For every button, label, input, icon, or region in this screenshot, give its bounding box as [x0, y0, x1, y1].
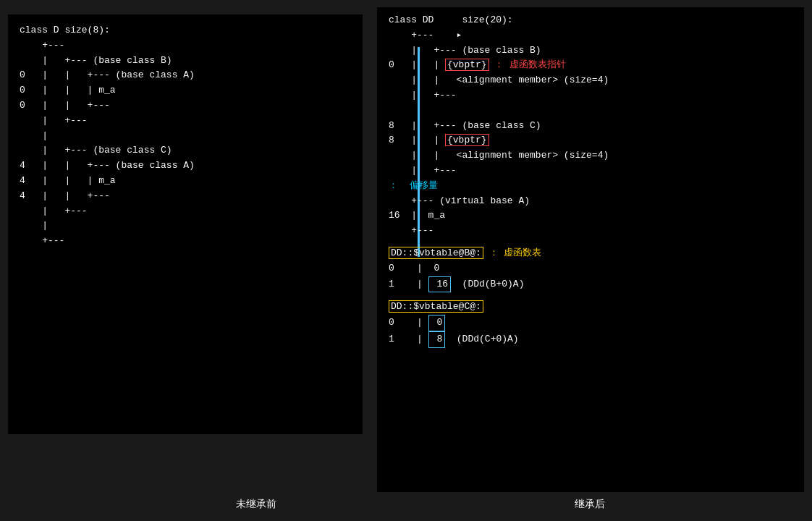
- vbtable1-header: DD::$vbtable@B@: ： 虚函数表: [389, 246, 792, 261]
- vbtable2-val1: 8: [428, 331, 446, 348]
- label-before: 未继承前: [236, 498, 276, 511]
- vbtable1-content: 0 | 0 1 | 16 (DDd(B+0)A): [389, 261, 792, 293]
- vbtable1-val1: 16: [428, 276, 451, 293]
- vbtable2-header: DD::$vbtable@C@:: [389, 300, 792, 315]
- label-after: 继承后: [575, 498, 605, 511]
- left-panel: class D size(8): +--- | +--- (base class…: [8, 14, 363, 434]
- main-container: class D size(8): +--- | +--- (base class…: [0, 0, 812, 492]
- vbtable1-section: DD::$vbtable@B@: ： 虚函数表 0 | 0 1 | 16 (DD…: [389, 246, 792, 292]
- left-diagram: class D size(8): +--- | +--- (base class…: [20, 23, 351, 249]
- right-panel: class DD size(20): +--- ▸ | +--- (base c…: [377, 7, 804, 492]
- left-code: class D size(8): +--- | +--- (base class…: [20, 23, 351, 249]
- vbtable1-name-box: DD::$vbtable@B@:: [389, 247, 483, 259]
- right-diagram: class DD size(20): +--- ▸ | +--- (base c…: [389, 13, 792, 348]
- offset-label: ： 偏移量: [389, 180, 438, 191]
- vbtable2-val0: 0: [428, 315, 446, 331]
- vbptr1-label: ： 虚函数表指针: [489, 59, 567, 70]
- vbptr1-box: {vbptr}: [445, 59, 489, 71]
- bottom-labels: 未继承前 继承后: [0, 498, 812, 511]
- vbtable2-name-box: DD::$vbtable@C@:: [389, 300, 483, 313]
- right-title: class DD size(20):: [389, 13, 792, 28]
- vbtable2-content: 0 | 0 1 | 8 (DDd(C+0)A): [389, 315, 792, 348]
- right-title-text: class DD size(20):: [389, 13, 792, 28]
- vbtable1-label: ： 虚函数表: [483, 247, 542, 258]
- vbptr2-box: {vbptr}: [445, 134, 489, 146]
- right-structure: +--- ▸ | +--- (base class B) 0 | | {vbpt…: [389, 28, 792, 239]
- vbtable2-section: DD::$vbtable@C@: 0 | 0 1 | 8 (DDd(C+0)A): [389, 300, 792, 347]
